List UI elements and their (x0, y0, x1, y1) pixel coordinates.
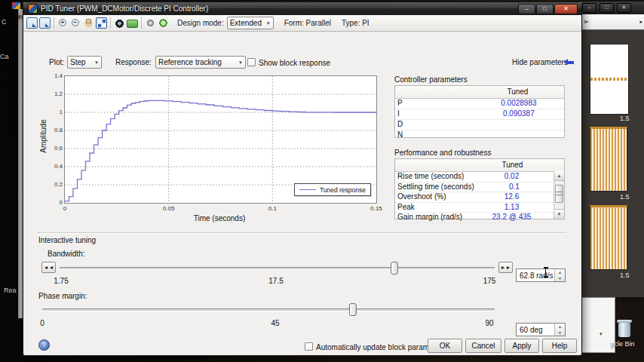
close-button[interactable]: ✕ (554, 4, 578, 14)
scope-window[interactable]: – □ ✕ ➢ ▸ 1.5 1.5 1.5 (578, 0, 644, 299)
show-block-response-label: Show block response (259, 59, 330, 67)
table-row[interactable]: Gain margin (rad/s)23.2 @ 435 (395, 213, 554, 223)
minimize-button[interactable]: – (518, 4, 535, 14)
y-axis-label: Amplitude (39, 91, 48, 182)
zoom-out-icon[interactable] (70, 17, 81, 29)
table-row[interactable]: N (395, 130, 564, 141)
pan-icon[interactable] (83, 17, 94, 29)
bandwidth-decrease-button[interactable]: ◄◄ (41, 262, 56, 273)
bandwidth-increase-button[interactable]: ►► (498, 262, 513, 273)
scrollbar-thumb[interactable] (555, 185, 563, 203)
hide-parameters-link[interactable]: Hide parameters (512, 58, 568, 66)
phase-margin-mid-tick: 45 (264, 319, 287, 327)
arrow-bar (567, 61, 574, 64)
zoom-in-icon[interactable] (57, 17, 69, 29)
x-axis-label: Time (seconds) (174, 214, 265, 222)
recycle-bin-body (618, 323, 630, 337)
table-row[interactable]: Rise time (seconds)0.02 (395, 172, 554, 183)
design-mode-value: Extended (230, 19, 262, 27)
recycle-bin-label[interactable]: ycle Bin (611, 340, 635, 348)
cancel-button[interactable]: Cancel (465, 339, 501, 353)
green-display-icon[interactable] (127, 20, 138, 28)
table-row[interactable]: Settling time (seconds)0.1 (395, 183, 554, 193)
phase-margin-spinner[interactable]: ▲▼ (554, 324, 565, 336)
scope-axis-label: 1.5 (620, 193, 630, 201)
scroll-up-icon[interactable]: ▲ (554, 171, 564, 181)
export-plot-alt-icon[interactable] (39, 17, 51, 29)
help-button[interactable]: Help (542, 339, 577, 353)
table-row[interactable]: P0.0028983 (395, 99, 564, 109)
cursor-serif (544, 276, 548, 278)
phase-margin-slider-thumb[interactable] (349, 303, 357, 316)
section-divider (37, 232, 566, 234)
row-name: Peak (395, 203, 469, 213)
table-row[interactable]: D (395, 120, 564, 130)
spinner-up-icon[interactable]: ▲ (555, 269, 565, 275)
phase-margin-slider-track[interactable] (42, 308, 495, 311)
desktop-label-fragment: Rea (4, 287, 17, 294)
table-row[interactable]: Peak1.13 (395, 203, 554, 213)
ok-button[interactable]: OK (428, 339, 462, 353)
legend-toggle-icon[interactable] (96, 17, 107, 29)
spinner-down-icon[interactable]: ▼ (555, 330, 565, 336)
auto-update-checkbox[interactable] (305, 342, 313, 351)
bandwidth-slider-thumb[interactable] (391, 262, 398, 275)
table-row[interactable]: Overshoot (%)12.6 (395, 192, 554, 203)
bandwidth-slider-track[interactable] (60, 267, 495, 270)
scope-plot-panel (590, 44, 629, 115)
apply-button[interactable]: Apply (504, 339, 539, 353)
toolbar-separator (54, 17, 54, 29)
plot-label: Plot: (49, 58, 64, 66)
show-block-response-checkbox[interactable] (247, 58, 256, 66)
scroll-down-icon[interactable]: ▼ (554, 209, 564, 219)
response-value: Reference tracking (158, 58, 222, 66)
row-value: 0.02 (469, 172, 554, 182)
performance-robustness-table[interactable]: Tuned Rise time (seconds)0.02Settling ti… (394, 158, 565, 219)
help-circle-icon[interactable]: ? (38, 339, 50, 351)
response-label: Response: (115, 58, 152, 66)
bandwidth-spinner[interactable]: ▲▼ (554, 269, 565, 281)
scope-cursor-icon[interactable]: ➢ (583, 17, 589, 26)
scope-menu-arrow-icon[interactable]: ▸ (639, 19, 642, 25)
options-gear-icon[interactable] (145, 17, 156, 29)
plot-type-dropdown[interactable]: Step ▼ (67, 56, 102, 69)
spinner-down-icon[interactable]: ▼ (555, 275, 565, 281)
scope-minimize-button[interactable]: – (582, 3, 596, 13)
step-response-plot[interactable]: 00.20.40.60.811.21.4 00.050.10.15 Tuned … (64, 75, 377, 204)
row-value (474, 130, 564, 140)
snapshot-icon[interactable] (114, 17, 125, 29)
y-tick-label: 0.2 (44, 181, 63, 188)
titlebar[interactable]: PID Tuner (PWM_DCMotor/Discrete PI Contr… (23, 2, 581, 15)
phase-margin-min-tick: 0 (31, 319, 54, 327)
y-tick-label: 0.6 (44, 145, 63, 152)
design-mode-dropdown[interactable]: Extended ▼ (227, 17, 274, 29)
table-row[interactable]: I0.090387 (395, 109, 564, 120)
hide-parameters-arrow-icon[interactable] (563, 59, 574, 66)
bandwidth-value-field[interactable]: 62.8 rad/s ▲▼ (516, 268, 566, 282)
design-mode-label: Design mode: (177, 19, 224, 27)
phase-margin-value-field[interactable]: 60 deg ▲▼ (516, 323, 566, 336)
scope-titlebar[interactable]: – □ ✕ (579, 2, 644, 14)
plot-legend[interactable]: Tuned response (294, 183, 371, 196)
window-title: PID Tuner (PWM_DCMotor/Discrete PI Contr… (41, 5, 208, 13)
scope-close-button[interactable]: ✕ (617, 3, 631, 13)
y-tick-label: 1.4 (44, 72, 63, 79)
maximize-button[interactable]: □ (536, 4, 554, 14)
pid-tuner-app-icon (28, 4, 38, 14)
bandwidth-label: Bandwidth: (48, 250, 84, 258)
phase-margin-max-tick: 90 (478, 319, 501, 327)
row-name: Rise time (seconds) (395, 172, 469, 182)
chevron-down-icon: ▼ (94, 60, 99, 65)
controller-parameters-table[interactable]: Tuned P0.0028983I0.090387DN (394, 85, 565, 138)
row-value: 0.1 (474, 183, 554, 192)
ibeam-cursor (542, 267, 549, 278)
recycle-bin-icon[interactable] (615, 320, 634, 337)
spinner-up-icon[interactable]: ▲ (555, 324, 565, 330)
scope-maximize-button[interactable]: □ (600, 3, 614, 13)
response-dropdown[interactable]: Reference tracking ▼ (155, 56, 246, 69)
export-plot-icon[interactable] (26, 17, 38, 29)
dropdown-arrow-icon[interactable]: ▾ (600, 331, 603, 337)
table-scrollbar[interactable]: ▲ ▼ (554, 171, 564, 219)
refresh-design-icon[interactable] (158, 17, 169, 29)
desktop: C Ca Rea Fil – □ ✕ ➢ ▸ 1.5 1.5 1.5 ▾ ycl… (0, 0, 644, 362)
